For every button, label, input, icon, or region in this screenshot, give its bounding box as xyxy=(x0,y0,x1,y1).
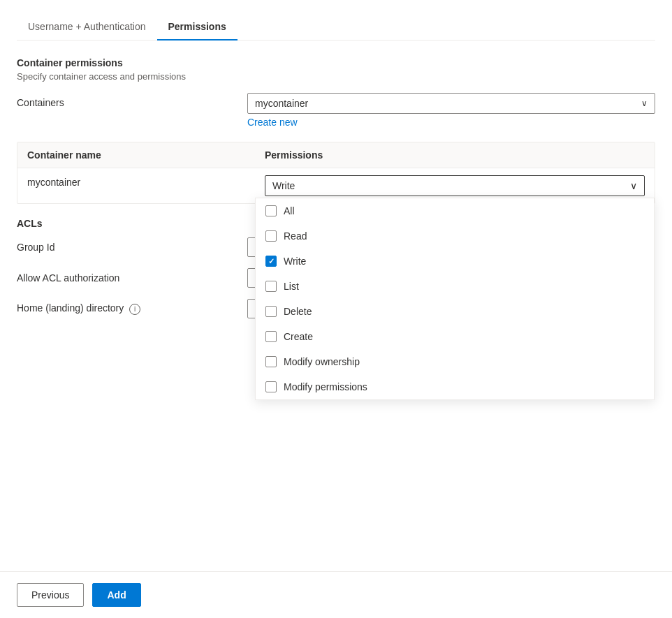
table-cell-permissions: Write ∨ All Read Write xyxy=(255,168,655,203)
dropdown-item-modify-permissions[interactable]: Modify permissions xyxy=(256,374,654,399)
dropdown-label-write: Write xyxy=(284,256,306,267)
permission-selected-value: Write xyxy=(272,180,295,191)
checkbox-list[interactable] xyxy=(265,281,277,292)
containers-row: Containers mycontainer ∨ Create new xyxy=(17,93,655,128)
dropdown-item-create[interactable]: Create xyxy=(256,324,654,349)
table-header-name: Container name xyxy=(17,142,255,168)
containers-selected-value: mycontainer xyxy=(255,98,308,109)
checkbox-all[interactable] xyxy=(265,205,277,216)
dropdown-item-modify-ownership[interactable]: Modify ownership xyxy=(256,349,654,374)
section-title: Container permissions xyxy=(17,57,655,68)
home-directory-info-icon[interactable]: i xyxy=(129,304,140,315)
group-id-label: Group Id xyxy=(17,242,247,253)
dropdown-label-modify-ownership: Modify ownership xyxy=(284,356,360,367)
dropdown-item-read[interactable]: Read xyxy=(256,223,654,249)
table-header: Container name Permissions xyxy=(17,142,655,168)
checkbox-delete[interactable] xyxy=(265,306,277,317)
checkbox-write[interactable] xyxy=(265,256,277,267)
dropdown-label-read: Read xyxy=(284,230,307,242)
allow-acl-label: Allow ACL authorization xyxy=(17,272,247,284)
checkbox-modify-permissions[interactable] xyxy=(265,381,277,392)
table-cell-name: mycontainer xyxy=(17,168,255,195)
tabs-container: Username + Authentication Permissions xyxy=(17,14,655,41)
dropdown-label-modify-permissions: Modify permissions xyxy=(284,381,367,392)
containers-label: Containers xyxy=(17,93,247,108)
previous-button[interactable]: Previous xyxy=(17,583,84,607)
containers-form-control: mycontainer ∨ Create new xyxy=(247,93,655,128)
containers-chevron-icon: ∨ xyxy=(641,98,648,108)
bottom-bar: Previous Add xyxy=(0,571,672,618)
dropdown-item-delete[interactable]: Delete xyxy=(256,299,654,324)
checkbox-modify-ownership[interactable] xyxy=(265,356,277,367)
checkbox-create[interactable] xyxy=(265,331,277,342)
containers-dropdown[interactable]: mycontainer ∨ xyxy=(247,93,655,114)
table-header-permissions: Permissions xyxy=(255,142,655,168)
checkbox-read[interactable] xyxy=(265,230,277,242)
home-directory-label: Home (landing) directory i xyxy=(17,302,247,315)
dropdown-item-list[interactable]: List xyxy=(256,274,654,299)
tab-username-auth[interactable]: Username + Authentication xyxy=(17,14,157,41)
tab-permissions[interactable]: Permissions xyxy=(157,14,238,41)
permissions-table: Container name Permissions mycontainer W… xyxy=(17,142,655,204)
dropdown-label-all: All xyxy=(284,205,295,216)
create-new-link[interactable]: Create new xyxy=(247,117,298,128)
dropdown-item-write[interactable]: Write xyxy=(256,249,654,274)
table-row: mycontainer Write ∨ All Read xyxy=(17,168,655,203)
permission-chevron-icon: ∨ xyxy=(630,180,637,191)
dropdown-item-all[interactable]: All xyxy=(256,198,654,223)
permission-dropdown[interactable]: Write ∨ xyxy=(265,175,645,196)
add-button[interactable]: Add xyxy=(92,583,140,607)
dropdown-label-create: Create xyxy=(284,331,313,342)
dropdown-label-list: List xyxy=(284,281,299,292)
section-description: Specify container access and permissions xyxy=(17,71,655,82)
dropdown-label-delete: Delete xyxy=(284,306,312,317)
permissions-dropdown-menu: All Read Write List xyxy=(255,198,655,400)
